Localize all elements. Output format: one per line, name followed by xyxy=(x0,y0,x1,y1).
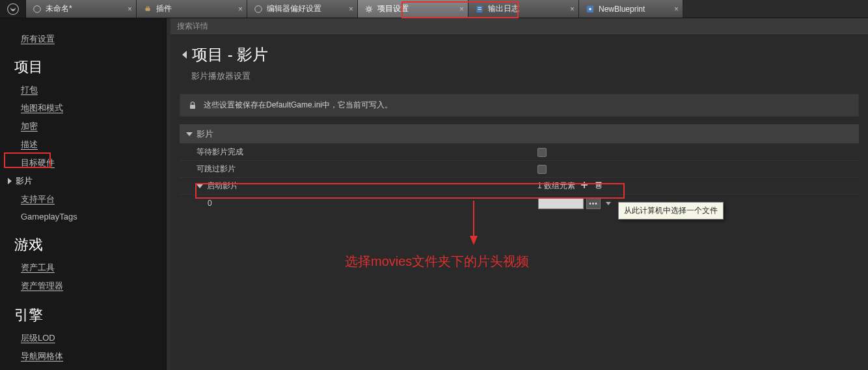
tab-bar: 未命名* × 插件 × 编辑器偏好设置 × 项目设置 × 输出日志 × NewB… xyxy=(0,0,868,18)
sidebar-item-description[interactable]: 描述 xyxy=(0,135,166,154)
svg-line-12 xyxy=(370,10,371,11)
sidebar-item-crypto[interactable]: 加密 xyxy=(0,117,166,135)
tab-label: 未命名* xyxy=(46,3,72,14)
close-icon[interactable]: × xyxy=(238,5,243,14)
unreal-logo xyxy=(0,0,26,18)
sidebar-item-hlod[interactable]: 层级LOD xyxy=(0,329,166,347)
ue-icon xyxy=(33,5,42,14)
svg-rect-20 xyxy=(190,105,195,109)
sidebar-item-navsystem[interactable]: 导航系统 xyxy=(0,365,166,370)
sidebar-group-project: 项目 xyxy=(0,53,166,81)
sidebar-item-asset-manager[interactable]: 资产管理器 xyxy=(0,277,166,295)
tab-label: 项目设置 xyxy=(377,3,409,14)
tab-editor-prefs[interactable]: 编辑器偏好设置 × xyxy=(247,0,358,18)
svg-rect-3 xyxy=(146,6,147,8)
section-subtitle: 影片播放器设置 xyxy=(170,68,868,90)
ue-icon xyxy=(254,5,263,14)
svg-rect-16 xyxy=(478,7,481,8)
sidebar-all-settings[interactable]: 所有设置 xyxy=(0,30,166,48)
triangle-left-icon xyxy=(182,51,187,59)
config-notice: 这些设置被保存在DefaultGame.ini中，它当前可写入。 xyxy=(180,94,859,117)
tab-output-log[interactable]: 输出日志 × xyxy=(468,0,579,18)
tab-label: 插件 xyxy=(156,3,172,14)
lock-icon xyxy=(188,101,197,110)
tab-label: NewBlueprint xyxy=(599,5,645,14)
sidebar-item-packaging[interactable]: 打包 xyxy=(0,81,166,99)
browse-file-button[interactable]: ••• xyxy=(586,197,601,209)
array-index: 0 xyxy=(180,199,538,208)
tab-blueprint[interactable]: NewBlueprint × xyxy=(579,0,683,18)
svg-point-6 xyxy=(368,7,370,10)
section-header: 项目 - 影片 xyxy=(170,35,868,68)
svg-rect-22 xyxy=(596,182,602,184)
svg-line-13 xyxy=(366,10,367,11)
main-area: 所有设置 项目 打包 地图和模式 加密 描述 目标硬件 影片 支持平台 Game… xyxy=(0,18,868,370)
prop-label: 等待影片完成 xyxy=(180,147,537,158)
close-icon[interactable]: × xyxy=(674,5,679,14)
clear-array-button[interactable] xyxy=(595,181,603,191)
tab-project-settings[interactable]: 项目设置 × xyxy=(358,0,468,18)
sidebar-item-maps-modes[interactable]: 地图和模式 xyxy=(0,99,166,117)
checkbox-wait[interactable] xyxy=(537,148,547,157)
checkbox-skippable[interactable] xyxy=(537,165,547,174)
prop-wait-for-movies: 等待影片完成 xyxy=(180,144,859,161)
svg-point-1 xyxy=(34,5,41,12)
array-item-0: 0 ••• xyxy=(180,195,859,212)
blueprint-icon xyxy=(586,5,595,14)
close-icon[interactable]: × xyxy=(349,5,353,14)
close-icon[interactable]: × xyxy=(128,5,132,14)
svg-point-5 xyxy=(255,5,262,12)
add-element-button[interactable] xyxy=(580,181,588,191)
section-title: 项目 - 影片 xyxy=(192,44,268,65)
svg-line-11 xyxy=(366,7,367,7)
category-label: 影片 xyxy=(197,128,213,140)
tab-label: 输出日志 xyxy=(488,3,519,14)
sidebar-item-movies[interactable]: 影片 xyxy=(0,172,166,190)
svg-rect-17 xyxy=(478,9,481,10)
sidebar-item-target-hw[interactable]: 目标硬件 xyxy=(0,154,166,172)
movie-path-input[interactable] xyxy=(538,197,584,209)
svg-line-14 xyxy=(370,7,371,7)
file-picker-tooltip: 从此计算机中选择一个文件 xyxy=(618,202,724,220)
close-icon[interactable]: × xyxy=(570,5,575,14)
triangle-right-icon xyxy=(8,178,12,184)
notice-text: 这些设置被保存在DefaultGame.ini中，它当前可写入。 xyxy=(204,100,392,111)
dropdown-icon[interactable] xyxy=(606,202,611,205)
category-header[interactable]: 影片 xyxy=(180,125,859,144)
triangle-down-icon xyxy=(186,132,193,136)
sidebar-item-gameplaytags[interactable]: GameplayTags xyxy=(0,208,166,225)
svg-rect-2 xyxy=(146,8,150,10)
array-count: 1 数组元素 xyxy=(537,180,575,192)
gear-icon xyxy=(364,5,373,14)
settings-sidebar: 所有设置 项目 打包 地图和模式 加密 描述 目标硬件 影片 支持平台 Game… xyxy=(0,18,167,370)
doc-icon xyxy=(475,5,484,14)
tab-label: 编辑器偏好设置 xyxy=(267,3,321,14)
sidebar-item-label: 影片 xyxy=(16,175,33,187)
sidebar-item-supported-platforms[interactable]: 支持平台 xyxy=(0,190,166,208)
close-icon[interactable]: × xyxy=(459,5,464,14)
prop-skippable: 可跳过影片 xyxy=(180,161,859,178)
content-panel: 搜索详情 项目 - 影片 影片播放器设置 这些设置被保存在DefaultGame… xyxy=(170,18,868,370)
tab-unnamed[interactable]: 未命名* × xyxy=(26,0,137,18)
sidebar-group-engine: 引擎 xyxy=(0,302,166,329)
search-placeholder: 搜索详情 xyxy=(177,21,208,32)
sidebar-item-navmesh[interactable]: 导航网格体 xyxy=(0,347,166,365)
tab-plugins[interactable]: 插件 × xyxy=(137,0,247,18)
properties-panel: 影片 等待影片完成 可跳过影片 启动影片 1 数组元素 xyxy=(180,124,859,212)
svg-point-19 xyxy=(589,8,591,10)
sidebar-group-game: 游戏 xyxy=(0,231,166,259)
triangle-down-icon[interactable] xyxy=(197,184,203,188)
svg-rect-4 xyxy=(148,6,149,8)
prop-startup-movies: 启动影片 1 数组元素 xyxy=(180,178,859,195)
prop-label-text: 启动影片 xyxy=(207,180,238,192)
sidebar-item-asset-tools[interactable]: 资产工具 xyxy=(0,259,166,277)
search-input[interactable]: 搜索详情 xyxy=(170,18,868,35)
prop-label: 可跳过影片 xyxy=(180,164,537,175)
plug-icon xyxy=(143,5,152,14)
